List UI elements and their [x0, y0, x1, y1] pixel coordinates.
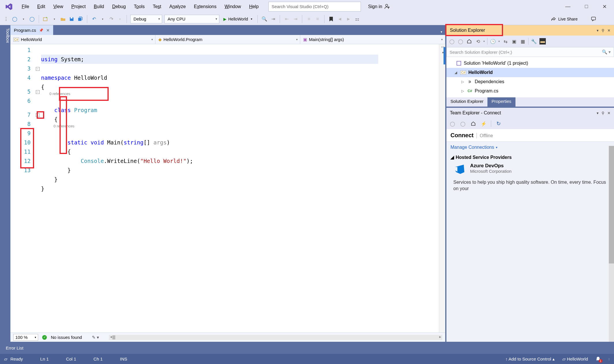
tab-solution-explorer[interactable]: Solution Explorer: [446, 97, 487, 107]
fold-icon[interactable]: −: [36, 67, 40, 71]
notifications-icon[interactable]: 1: [596, 356, 601, 362]
plug-icon[interactable]: ⚡: [481, 120, 487, 127]
fold-icon[interactable]: −: [36, 90, 40, 94]
redo-icon[interactable]: ↷: [108, 16, 114, 22]
tree-row-file[interactable]: ▷ C# Program.cs: [446, 86, 614, 96]
tree-row-project[interactable]: ◢ C# HelloWorld: [446, 68, 614, 77]
undo-drop-icon[interactable]: ▾: [99, 16, 106, 22]
panel-menu-icon[interactable]: ▾: [597, 28, 599, 33]
brush-icon[interactable]: ✎ ▾: [92, 335, 99, 340]
new-project-icon[interactable]: [42, 16, 49, 22]
comment-icon[interactable]: ≡: [306, 16, 312, 22]
tab-properties[interactable]: Properties: [487, 97, 515, 107]
close-tab-icon[interactable]: ✕: [46, 28, 50, 33]
zoom-dropdown[interactable]: 100 %▾: [13, 334, 38, 341]
scroll-track[interactable]: ▭ ▲: [439, 44, 445, 333]
source-control-button[interactable]: ↑ Add to Source Control ▴: [505, 356, 555, 362]
expand-icon[interactable]: ▷: [461, 89, 465, 93]
sync-views-icon[interactable]: ⟲: [475, 38, 481, 44]
maximize-icon[interactable]: □: [585, 3, 588, 10]
menu-window[interactable]: Window: [220, 2, 245, 12]
nav-back-icon[interactable]: ◯: [449, 38, 455, 44]
live-share-button[interactable]: Live Share: [551, 16, 611, 22]
home-icon[interactable]: [470, 120, 476, 127]
nav-member-dropdown[interactable]: ▣ Main(string[] args): [300, 35, 445, 44]
undo-icon[interactable]: ↶: [91, 16, 97, 22]
show-all-icon[interactable]: ▦: [520, 38, 526, 44]
code-editor[interactable]: 1 2 3 4 5 6 7 8 9 10 11 12 13 − −: [10, 44, 445, 333]
code-text[interactable]: using System; namespace HelloWorld { 0 r…: [41, 44, 439, 333]
tree-row-dependencies[interactable]: ▷ ⚞ Dependencies: [446, 77, 614, 86]
refresh-icon[interactable]: ↻: [495, 120, 502, 127]
prev-bookmark-icon[interactable]: ◄: [337, 16, 343, 22]
sync-drop-icon[interactable]: ▾: [483, 40, 485, 43]
status-project[interactable]: ▱ HelloWorld: [562, 356, 588, 362]
nav-fwd-icon[interactable]: ◯: [460, 120, 466, 127]
bookmark-icon[interactable]: [328, 16, 334, 22]
pin-icon[interactable]: 📌: [39, 28, 43, 32]
redo-drop-icon[interactable]: ▾: [117, 16, 123, 22]
run-button[interactable]: ▶ HelloWorld ▾: [222, 16, 254, 22]
global-search[interactable]: Search Visual Studio (Ctrl+Q): [268, 2, 361, 12]
editor-tab-program[interactable]: Program.cs 📌 ✕: [10, 25, 53, 35]
close-panel-icon[interactable]: ✕: [607, 111, 611, 115]
save-icon[interactable]: [68, 16, 75, 22]
expand-icon[interactable]: ▷: [461, 80, 465, 84]
menu-tools[interactable]: Tools: [130, 2, 149, 12]
open-icon[interactable]: [60, 16, 66, 22]
refresh-icon[interactable]: ⇆: [502, 38, 509, 44]
platform-dropdown[interactable]: Any CPU: [164, 15, 219, 23]
minimize-icon[interactable]: —: [565, 3, 570, 10]
tree-row-solution[interactable]: Solution 'HelloWorld' (1 project): [446, 59, 614, 68]
vertical-scrollbar[interactable]: [609, 146, 614, 342]
sign-in-button[interactable]: Sign in: [368, 3, 390, 10]
nav-project-dropdown[interactable]: C# HelloWorld: [10, 35, 155, 44]
menu-test[interactable]: Test: [149, 2, 165, 12]
status-menu-icon[interactable]: ⫶: [608, 357, 610, 361]
collapse-all-icon[interactable]: ▣: [511, 38, 517, 44]
menu-edit[interactable]: Edit: [33, 2, 49, 12]
step-icon[interactable]: ⇥: [270, 16, 276, 22]
nav-fwd-icon[interactable]: ◯: [29, 16, 35, 22]
next-bookmark-icon[interactable]: ►: [345, 16, 352, 22]
menu-build[interactable]: Build: [90, 2, 108, 12]
history-icon[interactable]: 🕓: [490, 38, 496, 44]
uncomment-icon[interactable]: ≡: [314, 16, 321, 22]
feedback-icon[interactable]: [591, 16, 597, 22]
menu-project[interactable]: Project: [67, 2, 90, 12]
preview-icon[interactable]: ▬: [539, 38, 546, 44]
menu-help[interactable]: Help: [245, 2, 263, 12]
new-project-drop-icon[interactable]: ▾: [51, 16, 57, 22]
fold-icon[interactable]: −: [36, 113, 40, 117]
menu-analyze[interactable]: Analyze: [165, 2, 190, 12]
outdent-icon[interactable]: ⇤: [283, 16, 290, 22]
pin-icon[interactable]: ⚲: [602, 111, 604, 115]
horizontal-scrollbar[interactable]: ◄►: [109, 335, 442, 340]
azure-devops-provider[interactable]: Azure DevOps Microsoft Corporation: [446, 162, 614, 177]
panel-menu-icon[interactable]: ▾: [597, 111, 599, 115]
nav-back-icon[interactable]: ◯: [449, 120, 456, 127]
indent-icon[interactable]: ⇥: [292, 16, 298, 22]
menu-debug[interactable]: Debug: [108, 2, 130, 12]
bookmark-settings-icon[interactable]: ⚏: [354, 16, 360, 22]
nav-fwd-icon[interactable]: ◯: [457, 38, 464, 44]
error-list-tab[interactable]: Error List: [0, 342, 614, 354]
menu-extensions[interactable]: Extensions: [190, 2, 220, 12]
find-in-files-icon[interactable]: 🔍: [261, 16, 268, 22]
properties-icon[interactable]: 🔧: [531, 38, 537, 44]
config-dropdown[interactable]: Debug: [130, 15, 162, 23]
toolbox-tab[interactable]: Toolbox: [0, 25, 10, 342]
menu-file[interactable]: FFileile: [18, 2, 33, 12]
manage-connections-link[interactable]: Manage Connections▾: [446, 142, 614, 153]
tab-overflow-icon[interactable]: ▾: [438, 29, 445, 35]
nav-back-icon[interactable]: ◯: [12, 16, 18, 22]
save-all-icon[interactable]: [77, 16, 84, 22]
home-icon[interactable]: [466, 38, 472, 44]
history-drop-icon[interactable]: ▾: [498, 40, 500, 43]
nav-class-dropdown[interactable]: ◆ HelloWorld.Program: [155, 35, 300, 44]
close-panel-icon[interactable]: ✕: [607, 28, 611, 33]
se-search[interactable]: Search Solution Explorer (Ctrl+;) 🔍 ▾: [446, 47, 614, 57]
menu-view[interactable]: View: [49, 2, 67, 12]
hosted-providers-section[interactable]: ◢ Hosted Service Providers: [446, 153, 614, 162]
expand-icon[interactable]: ◢: [455, 70, 458, 75]
